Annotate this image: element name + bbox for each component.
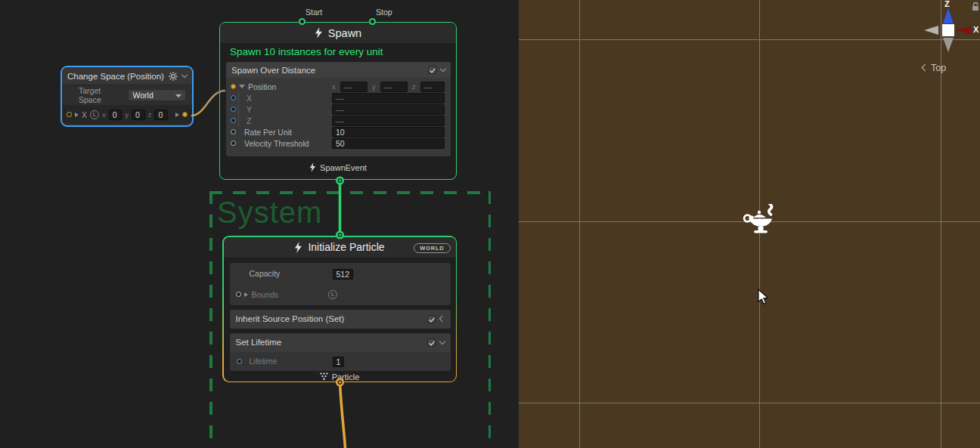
capacity-label: Capacity [250,269,281,278]
x-value-field[interactable]: 0 [109,110,122,120]
gizmo-z-axis-label[interactable]: Z [944,0,950,8]
inherit-collapsed-icon[interactable] [439,316,445,322]
block-title: Spawn Over Distance [231,66,423,75]
bounds-label: Bounds [252,290,279,299]
position-row: Position x — y — z — [226,81,451,92]
rate-input-port[interactable] [231,129,236,134]
velocity-threshold-row: Velocity Threshold 50 [226,137,451,149]
lock-icon[interactable] [971,2,980,11]
x-row-field[interactable]: — [332,93,445,104]
grid-line [579,0,580,448]
spawn-context-node[interactable]: Spawn Spawn 10 instances for every unit … [219,22,457,180]
z-row-field[interactable]: — [332,116,445,126]
particle-output-label: Particle [332,372,360,382]
gizmo-left-cone[interactable] [924,26,938,35]
initialize-node-border: Initialize Particle WORLD Capacity 512 B… [222,236,457,382]
lifetime-field[interactable]: 1 [333,357,345,367]
position-expand-icon[interactable] [239,85,245,88]
pos-z-field[interactable]: — [420,82,445,92]
x-input-port[interactable] [231,95,236,100]
indent-guide [238,115,239,126]
pos-x-field[interactable]: — [340,82,368,92]
particle-icon [320,372,328,381]
capacity-row: Capacity 512 [230,263,451,284]
indent-guide [238,104,239,115]
bounds-input-port[interactable] [236,292,241,297]
pos-y-field[interactable]: — [380,82,408,92]
spawn-stop-port[interactable] [369,18,376,25]
dropdown-arrow-icon [175,94,181,97]
position-label: Position [248,82,276,91]
z-value-field[interactable]: 0 [154,110,168,120]
spawn-titlebar[interactable]: Spawn [220,23,456,43]
change-space-node[interactable]: Change Space (Position) Target Space Wor… [60,66,194,127]
set-lifetime-block[interactable]: Set Lifetime Lifetime 1 [230,333,451,371]
particle-output-row: Particle [224,372,456,382]
grid-line [519,403,980,403]
velocity-label: Velocity Threshold [244,139,309,148]
output-triangle-icon [175,113,179,117]
space-local-icon[interactable]: L [90,110,99,119]
y-row-field[interactable]: — [332,104,445,115]
position-input-port[interactable] [231,84,236,89]
lifetime-collapse-icon[interactable] [439,338,445,344]
gear-icon[interactable] [169,72,178,81]
system-border-right [488,191,492,448]
space-badge[interactable]: WORLD [414,243,450,253]
bounds-space-icon[interactable]: L [328,290,337,299]
capacity-field[interactable]: 512 [333,269,354,280]
vfx-graph-editor: System Change Space (Position) [0,0,980,448]
changespace-output-port[interactable] [182,112,188,117]
collapse-chevron-icon[interactable] [181,72,188,78]
system-group-title[interactable]: System [217,196,322,230]
z-row-label: Z [247,116,251,125]
change-space-title: Change Space (Position) [67,72,169,81]
block-header[interactable]: Spawn Over Distance [226,62,451,78]
lifetime-enabled-checkbox[interactable] [427,338,436,347]
lightning-icon [315,27,323,39]
visual-effect-gizmo-icon[interactable] [743,204,780,236]
changespace-input-port[interactable] [67,112,72,117]
position-y-row: Y — [226,104,451,115]
scene-view[interactable]: Z X Top [519,0,980,448]
start-flow-label: Start [305,8,322,17]
system-border-left [209,191,212,448]
gizmo-center-cube[interactable] [942,24,954,36]
gizmo-z-axis-cone[interactable] [943,8,954,23]
y-input-port[interactable] [231,107,236,112]
lifetime-block-title: Set Lifetime [236,338,423,347]
target-space-dropdown[interactable]: World [128,89,186,101]
block-enabled-checkbox[interactable] [428,66,436,74]
block-collapse-icon[interactable] [440,66,446,72]
bounds-expand-icon[interactable] [244,292,248,297]
bounds-row: Bounds L [230,284,451,305]
lifetime-input-port[interactable] [237,359,242,364]
velocity-field[interactable]: 50 [332,138,445,149]
gizmo-down-cone[interactable] [943,38,954,52]
gizmo-x-axis-cone[interactable] [956,26,972,35]
pos-x-axis: x [332,82,336,91]
inherit-block-title: Inherit Source Position (Set) [236,314,423,323]
target-space-label: Target Space [79,86,122,104]
rate-field[interactable]: 10 [332,127,445,137]
spawn-start-port[interactable] [299,18,305,25]
lifetime-row: Lifetime 1 [230,352,451,371]
spawn-over-distance-block[interactable]: Spawn Over Distance Position x — y — [226,62,451,156]
gizmo-x-axis-label[interactable]: X [973,25,978,34]
view-mode-label[interactable]: Top [931,63,946,73]
y-row-label: Y [247,105,252,114]
change-space-titlebar[interactable]: Change Space (Position) [62,67,192,85]
velocity-input-port[interactable] [231,141,236,146]
rate-label: Rate Per Unit [244,128,292,137]
expand-triangle-icon[interactable] [75,113,79,117]
spawn-title: Spawn [328,27,361,39]
initialize-context-node[interactable]: Initialize Particle WORLD Capacity 512 B… [224,237,456,382]
inherit-enabled-checkbox[interactable] [427,315,436,323]
stop-flow-label: Stop [376,8,392,17]
graph-canvas[interactable]: System Change Space (Position) [0,0,519,448]
y-value-field[interactable]: 0 [132,110,145,120]
inherit-source-position-block[interactable]: Inherit Source Position (Set) [230,310,451,329]
x-axis-label: x [102,110,106,119]
lightning-icon [309,162,316,172]
z-input-port[interactable] [231,118,236,123]
